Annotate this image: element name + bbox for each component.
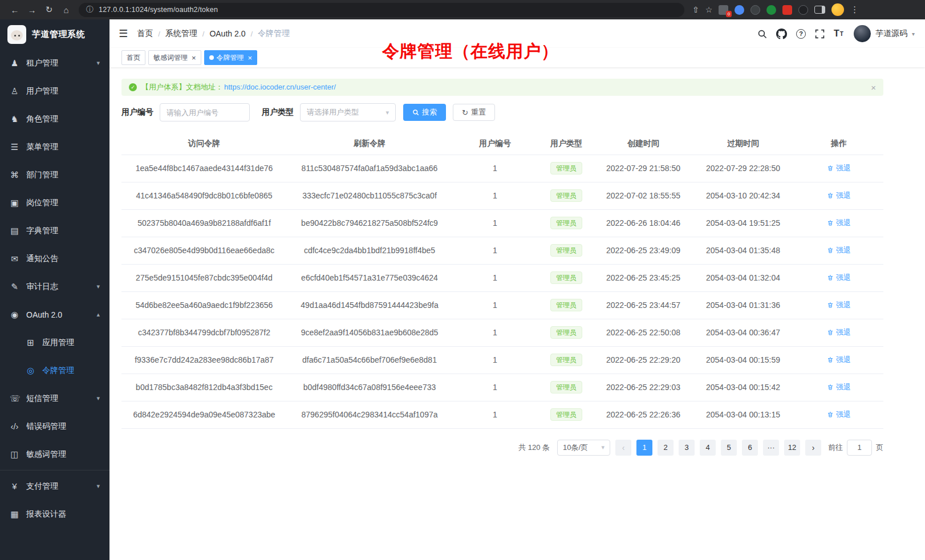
fullscreen-icon[interactable] — [815, 29, 825, 39]
force-logout-button[interactable]: 强退 — [827, 409, 851, 420]
prev-page-button[interactable]: ‹ — [615, 440, 631, 456]
logo-avatar — [7, 25, 26, 44]
expire-time-cell: 2054-03-04 00:36:47 — [692, 319, 794, 346]
site-info-icon[interactable]: ⓘ — [86, 5, 94, 15]
force-logout-icon — [827, 165, 834, 172]
sidebar-item-report[interactable]: ▦报表设计器 — [0, 500, 109, 528]
sidebar-item-dept[interactable]: ⌘部门管理 — [0, 161, 109, 189]
force-logout-button[interactable]: 强退 — [827, 218, 851, 228]
sidebar-panel-icon[interactable] — [814, 6, 825, 14]
table-row: 502375b8040a469a9b82188afdf6af1fbe90422b… — [121, 209, 883, 237]
page-button-1[interactable]: 1 — [636, 440, 652, 456]
search-button[interactable]: 搜索 — [403, 104, 446, 121]
force-logout-button[interactable]: 强退 — [827, 355, 851, 365]
help-icon[interactable]: ? — [796, 29, 806, 39]
sidebar-item-oauth-app[interactable]: ⊞应用管理 — [0, 328, 109, 356]
tab-home[interactable]: 首页 — [121, 50, 145, 65]
app-logo[interactable]: 芋道管理系统 — [0, 19, 109, 49]
share-icon[interactable]: ⇧ — [692, 5, 699, 14]
extension-paw-icon[interactable] — [798, 5, 808, 15]
user-type-select[interactable]: 请选择用户类型 ▾ — [300, 103, 396, 121]
force-logout-button[interactable]: 强退 — [827, 327, 851, 338]
page-button-3[interactable]: 3 — [679, 440, 695, 456]
force-logout-button[interactable]: 强退 — [827, 300, 851, 310]
force-logout-button[interactable]: 强退 — [827, 245, 851, 255]
sensitive-word-icon: ◫ — [10, 449, 19, 460]
force-logout-button[interactable]: 强退 — [827, 382, 851, 392]
alert-close-icon[interactable]: × — [871, 83, 876, 92]
force-logout-icon — [827, 192, 834, 199]
extension-blue-icon[interactable] — [735, 5, 744, 15]
error-code-icon: ‹/› — [10, 421, 19, 431]
page-button-6[interactable]: 6 — [742, 440, 758, 456]
force-logout-button[interactable]: 强退 — [827, 190, 851, 201]
page-button-5[interactable]: 5 — [721, 440, 737, 456]
user-type-badge: 管理员 — [550, 354, 582, 366]
force-logout-button[interactable]: 强退 — [827, 163, 851, 173]
user-id-cell: 1 — [452, 155, 538, 182]
page-button-2[interactable]: 2 — [658, 440, 674, 456]
breadcrumb-item[interactable]: OAuth 2.0 — [209, 29, 245, 38]
refresh-token-cell: e6cfd40eb1f54571a31e775e039c4624 — [287, 264, 452, 291]
user-id-cell: 1 — [452, 209, 538, 237]
refresh-token-cell: 333ecfc71e02480cb11055c875c3ca0f — [287, 182, 452, 209]
sidebar-item-role[interactable]: ♞角色管理 — [0, 105, 109, 133]
page-button-4[interactable]: 4 — [700, 440, 716, 456]
tab-close-icon[interactable]: × — [192, 54, 196, 62]
sidebar-item-notice[interactable]: ✉通知公告 — [0, 245, 109, 273]
extension-green-icon[interactable] — [766, 5, 776, 15]
sidebar-item-post[interactable]: ▣岗位管理 — [0, 189, 109, 217]
user-menu[interactable]: 芋道源码 ▾ — [854, 25, 915, 42]
sidebar-item-menu[interactable]: ☰菜单管理 — [0, 133, 109, 161]
bookmark-star-icon[interactable]: ☆ — [705, 5, 713, 14]
access-token-cell: c342377bf8b344799dcbf7bf095287f2 — [121, 319, 287, 346]
breadcrumb-item[interactable]: 首页 — [137, 29, 153, 39]
sidebar-item-sensitive[interactable]: ◫敏感词管理 — [0, 440, 109, 468]
sidebar-item-errcode[interactable]: ‹/›错误码管理 — [0, 412, 109, 440]
search-icon[interactable] — [757, 29, 767, 39]
github-icon[interactable] — [776, 29, 787, 39]
force-logout-button[interactable]: 强退 — [827, 273, 851, 283]
user-type-badge: 管理员 — [550, 217, 582, 229]
reset-button[interactable]: ↻ 重置 — [453, 104, 495, 121]
pay-icon: ¥ — [10, 481, 19, 491]
tenant-users-icon: ♟ — [10, 58, 19, 68]
doc-link[interactable]: https://doc.iocoder.cn/user-center/ — [224, 83, 336, 91]
sidebar-item-oauth-token[interactable]: ◎令牌管理 — [0, 356, 109, 384]
browser-profile-avatar[interactable] — [831, 3, 844, 16]
user-id-input[interactable] — [160, 103, 250, 121]
font-size-icon[interactable]: TT — [834, 29, 843, 39]
breadcrumb: 首页/系统管理/OAuth 2.0/令牌管理 — [137, 29, 290, 39]
refresh-button[interactable]: ↻ — [41, 2, 57, 18]
back-button[interactable]: ← — [7, 2, 23, 18]
browser-menu-icon[interactable]: ⋮ — [850, 5, 859, 15]
sidebar-item-sms[interactable]: ☏短信管理▾ — [0, 384, 109, 412]
sidebar-item-pay[interactable]: ¥支付管理▾ — [0, 472, 109, 500]
alert-text: 【用户体系】文档地址：https://doc.iocoder.cn/user-c… — [141, 82, 336, 92]
extension-badged-icon[interactable]: 0 — [719, 5, 728, 15]
sidebar-item-user[interactable]: ♙用户管理 — [0, 77, 109, 105]
forward-button[interactable]: → — [24, 2, 40, 18]
goto-page-input[interactable] — [847, 440, 872, 456]
tab-sensitive-word-management[interactable]: 敏感词管理× — [148, 50, 201, 65]
page-button-12[interactable]: 12 — [784, 440, 800, 456]
sidebar-toggle-icon[interactable]: ☰ — [119, 27, 128, 40]
sidebar-item-tenant[interactable]: ♟租户管理▾ — [0, 49, 109, 77]
extension-badge: 0 — [726, 11, 732, 17]
tab-close-icon[interactable]: × — [248, 54, 253, 62]
breadcrumb-item[interactable]: 系统管理 — [165, 29, 197, 39]
tab-token-management[interactable]: 令牌管理× — [204, 50, 258, 65]
extension-red-icon[interactable] — [782, 5, 792, 15]
url-bar[interactable]: ⓘ 127.0.0.1:1024/system/oauth2/token — [79, 3, 684, 17]
home-button[interactable]: ⌂ — [58, 2, 74, 18]
topbar-actions: ? TT 芋道源码 ▾ — [757, 25, 915, 42]
report-designer-icon: ▦ — [10, 509, 19, 520]
page-ellipsis[interactable]: ··· — [763, 440, 779, 456]
user-type-badge: 管理员 — [550, 326, 582, 339]
page-size-select[interactable]: 10条/页 ▾ — [557, 440, 610, 456]
sidebar-item-oauth[interactable]: ◉OAuth 2.0▴ — [0, 301, 109, 328]
sidebar-item-dict[interactable]: ▤字典管理 — [0, 217, 109, 245]
sidebar-item-audit[interactable]: ✎审计日志▾ — [0, 273, 109, 301]
extension-dark-icon[interactable] — [750, 5, 760, 15]
next-page-button[interactable]: › — [805, 440, 821, 456]
